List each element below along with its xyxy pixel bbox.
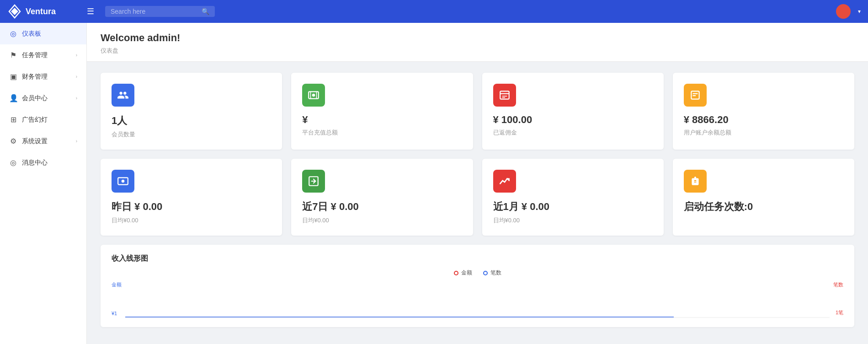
content-inner: 1人 会员数量 ¥ 平台充值总额 [87,62,868,338]
app-name: Ventura [26,7,56,16]
stat-card-yesterday: 昨日 ¥ 0.00 日均¥0.00 [101,159,282,236]
finance-arrow-icon: › [76,74,77,79]
task-icon: ⚑ [9,51,17,59]
menu-toggle-icon[interactable]: ☰ [83,5,98,18]
month1-icon-svg [499,175,511,187]
content-area: Welcome admin! 仪表盘 1人 会员数量 [87,23,868,344]
sidebar: ◎ 仪表板 ⚑ 任务管理 › ▣ 财务管理 › 👤 会员中心 › ⊞ 广告幻灯 … [0,23,87,344]
sidebar-item-dashboard[interactable]: ◎ 仪表板 [0,23,86,44]
recharge-value: ¥ [302,114,462,126]
commission-label: 已返佣金 [493,129,653,137]
sidebar-item-task[interactable]: ⚑ 任务管理 › [0,44,86,66]
svg-rect-9 [692,93,698,94]
sidebar-item-settings[interactable]: ⚙ 系统设置 › [0,130,86,152]
stat-card-recharge: ¥ 平台充值总额 [291,73,473,150]
message-icon: ◎ [9,158,17,167]
page-title: Welcome admin! [101,32,854,44]
sidebar-label-finance: 财务管理 [22,73,71,81]
balance-label: 用户账户余额总额 [684,129,843,137]
balance-card-icon [684,84,707,107]
page-header: Welcome admin! 仪表盘 [87,23,868,62]
stat-card-commission: ¥ 100.00 已返佣金 [482,73,664,150]
recharge-label: 平台充值总额 [302,129,462,137]
stat-card-week7: 近7日 ¥ 0.00 日均¥0.00 [291,159,473,236]
yesterday-icon-svg [117,175,129,187]
stat-card-balance: ¥ 8866.20 用户账户余额总额 [673,73,854,150]
logo-icon [7,4,22,19]
legend-item-amount: 金额 [454,269,472,277]
legend-dot-count [483,271,488,275]
top-header: Ventura ☰ 🔍 ▾ [0,0,868,23]
user-avatar[interactable] [836,4,851,19]
legend-label-count: 笔数 [490,269,501,277]
sidebar-item-message[interactable]: ◎ 消息中心 [0,152,86,173]
svg-point-12 [122,180,125,183]
main-layout: ◎ 仪表板 ⚑ 任务管理 › ▣ 财务管理 › 👤 会员中心 › ⊞ 广告幻灯 … [0,23,868,344]
stat-card-tasks: 启动任务次数:0 [673,159,854,236]
recharge-icon-svg [308,89,320,101]
stats-row-2: 昨日 ¥ 0.00 日均¥0.00 近7日 ¥ 0.00 日均¥0.00 [101,159,854,236]
y-axis-right-value: 1笔 [836,309,843,316]
member-arrow-icon: › [76,96,77,101]
month1-label: 日均¥0.00 [493,216,653,225]
commission-card-icon [493,84,516,107]
members-icon-svg [117,89,129,101]
chart-legend: 金额 笔数 ⬇ [112,269,843,277]
chart-section: 收入线形图 金额 笔数 ⬇ 金额 笔数 [101,245,854,327]
chart-title: 收入线形图 [112,254,843,263]
sidebar-item-member[interactable]: 👤 会员中心 › [0,87,86,109]
sidebar-label-task: 任务管理 [22,51,71,59]
logo: Ventura [7,4,76,19]
y-axis-left-label: 金额 [112,281,122,288]
members-value: 1人 [112,114,271,128]
tasks-card-icon [684,170,707,193]
stat-card-month1: 近1月 ¥ 0.00 日均¥0.00 [482,159,664,236]
user-menu-chevron-icon[interactable]: ▾ [858,8,861,15]
settings-icon: ⚙ [9,137,17,145]
sidebar-label-settings: 系统设置 [22,137,71,145]
commission-value: ¥ 100.00 [493,114,653,126]
sidebar-item-finance[interactable]: ▣ 财务管理 › [0,66,86,87]
chart-area: 金额 笔数 ¥1 1笔 [112,281,843,318]
dashboard-icon: ◎ [9,29,17,38]
member-icon: 👤 [9,94,17,102]
y-axis-right-label: 笔数 [833,281,843,288]
svg-point-14 [695,182,696,183]
month1-card-icon [493,170,516,193]
week7-label: 日均¥0.00 [302,216,462,225]
tasks-icon-svg [689,175,701,187]
yesterday-card-icon [112,170,134,193]
legend-label-amount: 金额 [461,269,472,277]
svg-point-3 [312,94,315,97]
chart-svg [125,290,830,318]
svg-rect-10 [692,95,696,96]
y-axis-left-value: ¥1 [112,311,117,316]
search-bar: 🔍 [105,6,215,17]
ad-icon: ⊞ [9,115,17,124]
yesterday-label: 日均¥0.00 [112,216,271,225]
finance-icon: ▣ [9,72,17,81]
task-arrow-icon: › [76,53,77,58]
stats-row-1: 1人 会员数量 ¥ 平台充值总额 [101,73,854,150]
sidebar-label-member: 会员中心 [22,94,71,102]
stat-card-members: 1人 会员数量 [101,73,282,150]
tasks-value: 启动任务次数:0 [684,200,843,214]
balance-value: ¥ 8866.20 [684,114,843,126]
yesterday-value: 昨日 ¥ 0.00 [112,200,271,214]
recharge-card-icon [302,84,325,107]
members-label: 会员数量 [112,130,271,139]
legend-dot-amount [454,271,458,275]
legend-item-count: 笔数 [483,269,501,277]
search-input[interactable] [111,8,198,15]
sidebar-label-dashboard: 仪表板 [22,30,77,38]
week7-value: 近7日 ¥ 0.00 [302,200,462,214]
search-icon: 🔍 [202,8,209,15]
sidebar-label-ad: 广告幻灯 [22,116,77,124]
settings-arrow-icon: › [76,139,77,144]
sidebar-item-ad[interactable]: ⊞ 广告幻灯 [0,109,86,130]
balance-icon-svg [689,89,701,101]
members-card-icon [112,84,134,107]
commission-icon-svg [499,89,511,101]
breadcrumb: 仪表盘 [101,47,854,61]
sidebar-label-message: 消息中心 [22,159,77,167]
